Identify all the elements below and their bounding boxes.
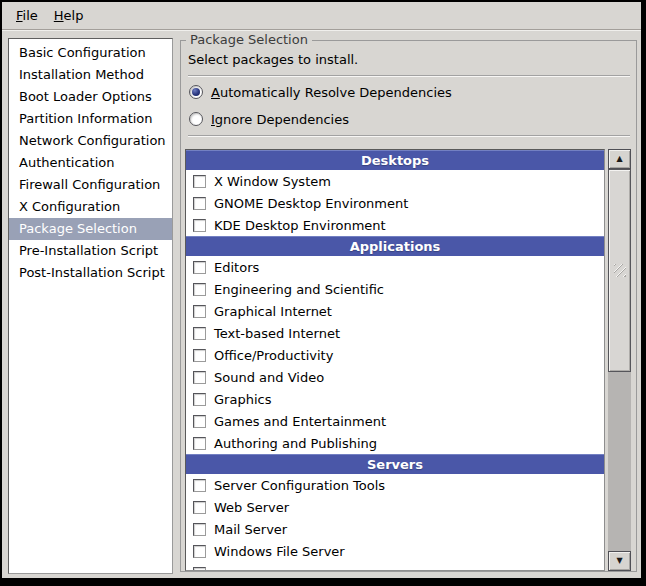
package-label: Office/Productivity <box>214 348 333 363</box>
package-row-web-server[interactable]: Web Server <box>186 496 604 518</box>
radio-ignore-dependencies[interactable]: Ignore Dependencies <box>189 108 349 130</box>
checkbox[interactable] <box>193 415 206 428</box>
package-row-authoring-publishing[interactable]: Authoring and Publishing <box>186 432 604 454</box>
kickstart-configurator-window: File Help Basic Configuration Installati… <box>2 2 641 578</box>
sidebar-item-package-selection[interactable]: Package Selection <box>9 218 172 240</box>
package-row-text-based-internet[interactable]: Text-based Internet <box>186 322 604 344</box>
package-label: Games and Entertainment <box>214 414 386 429</box>
up-arrow-icon: ▲ <box>616 155 622 163</box>
package-label: Text-based Internet <box>214 326 340 341</box>
frame-title: Package Selection <box>186 32 312 47</box>
sidebar-item-authentication[interactable]: Authentication <box>9 152 172 174</box>
package-row-office-productivity[interactable]: Office/Productivity <box>186 344 604 366</box>
down-arrow-icon: ▼ <box>616 557 622 565</box>
checkbox[interactable] <box>193 261 206 274</box>
package-label: Sound and Video <box>214 370 324 385</box>
checkbox[interactable] <box>193 327 206 340</box>
category-header-desktops: Desktops <box>186 150 604 170</box>
section-list: Basic Configuration Installation Method … <box>8 38 173 574</box>
checkbox[interactable] <box>193 501 206 514</box>
checkbox[interactable] <box>193 219 206 232</box>
package-label: GNOME Desktop Environment <box>214 196 408 211</box>
scrollbar-thumb[interactable] <box>608 169 631 372</box>
separator <box>188 75 630 77</box>
frame-subtitle: Select packages to install. <box>188 52 358 67</box>
package-row-editors[interactable]: Editors <box>186 256 604 278</box>
thumb-grip-icon <box>614 264 626 277</box>
menu-help[interactable]: Help <box>46 4 92 27</box>
package-label: Authoring and Publishing <box>214 436 377 451</box>
package-label: Mail Server <box>214 522 287 537</box>
package-row-mail-server[interactable]: Mail Server <box>186 518 604 540</box>
menu-help-mnemonic: H <box>54 8 64 23</box>
package-label: Engineering and Scientific <box>214 282 384 297</box>
checkbox[interactable] <box>193 479 206 492</box>
sidebar-item-firewall-configuration[interactable]: Firewall Configuration <box>9 174 172 196</box>
sidebar-item-installation-method[interactable]: Installation Method <box>9 64 172 86</box>
checkbox[interactable] <box>193 567 206 572</box>
checkbox[interactable] <box>193 437 206 450</box>
sidebar-item-pre-installation-script[interactable]: Pre-Installation Script <box>9 240 172 262</box>
category-header-applications: Applications <box>186 236 604 256</box>
checkbox[interactable] <box>193 523 206 536</box>
package-label: Editors <box>214 260 259 275</box>
package-row-kde-desktop[interactable]: KDE Desktop Environment <box>186 214 604 236</box>
checkbox[interactable] <box>193 175 206 188</box>
checkbox[interactable] <box>193 349 206 362</box>
checkbox[interactable] <box>193 283 206 296</box>
package-label: Windows File Server <box>214 544 345 559</box>
scroll-up-button[interactable]: ▲ <box>608 149 631 169</box>
package-label: Web Server <box>214 500 289 515</box>
menu-file-label: ile <box>23 8 38 23</box>
package-label: X Window System <box>214 174 331 189</box>
package-row-sound-and-video[interactable]: Sound and Video <box>186 366 604 388</box>
menu-bar: File Help <box>2 2 641 30</box>
checkbox[interactable] <box>193 197 206 210</box>
radio-ignore-label: Ignore Dependencies <box>211 112 349 127</box>
package-label: Graphical Internet <box>214 304 332 319</box>
package-row-server-config-tools[interactable]: Server Configuration Tools <box>186 474 604 496</box>
package-row-engineering-scientific[interactable]: Engineering and Scientific <box>186 278 604 300</box>
menu-file[interactable]: File <box>8 4 46 27</box>
sidebar-item-basic-configuration[interactable]: Basic Configuration <box>9 42 172 64</box>
package-row-partial[interactable] <box>186 562 604 571</box>
vertical-scrollbar[interactable]: ▲ ▼ <box>608 149 631 571</box>
checkbox[interactable] <box>193 371 206 384</box>
sidebar-item-partition-information[interactable]: Partition Information <box>9 108 172 130</box>
radio-auto-label: Automatically Resolve Dependencies <box>211 85 452 100</box>
package-label: Server Configuration Tools <box>214 478 385 493</box>
sidebar-item-network-configuration[interactable]: Network Configuration <box>9 130 172 152</box>
sidebar-item-boot-loader-options[interactable]: Boot Loader Options <box>9 86 172 108</box>
package-row-gnome-desktop[interactable]: GNOME Desktop Environment <box>186 192 604 214</box>
checkbox[interactable] <box>193 305 206 318</box>
radio-button-icon[interactable] <box>189 112 203 126</box>
package-row-games-entertainment[interactable]: Games and Entertainment <box>186 410 604 432</box>
checkbox[interactable] <box>193 545 206 558</box>
package-label: Graphics <box>214 392 271 407</box>
category-header-servers: Servers <box>186 454 604 474</box>
sidebar-item-x-configuration[interactable]: X Configuration <box>9 196 172 218</box>
separator <box>188 135 630 137</box>
package-list: Desktops X Window System GNOME Desktop E… <box>185 149 605 571</box>
checkbox[interactable] <box>193 393 206 406</box>
menu-help-label: elp <box>64 8 84 23</box>
package-row-graphics[interactable]: Graphics <box>186 388 604 410</box>
package-row-x-window-system[interactable]: X Window System <box>186 170 604 192</box>
radio-auto-resolve-dependencies[interactable]: Automatically Resolve Dependencies <box>189 81 452 103</box>
sidebar-item-post-installation-script[interactable]: Post-Installation Script <box>9 262 172 284</box>
radio-button-icon[interactable] <box>189 85 203 99</box>
package-row-graphical-internet[interactable]: Graphical Internet <box>186 300 604 322</box>
package-label: KDE Desktop Environment <box>214 218 386 233</box>
package-row-windows-file-server[interactable]: Windows File Server <box>186 540 604 562</box>
scroll-down-button[interactable]: ▼ <box>608 551 631 571</box>
package-selection-frame: Package Selection Select packages to ins… <box>180 40 637 572</box>
scrollbar-track[interactable] <box>608 169 631 551</box>
